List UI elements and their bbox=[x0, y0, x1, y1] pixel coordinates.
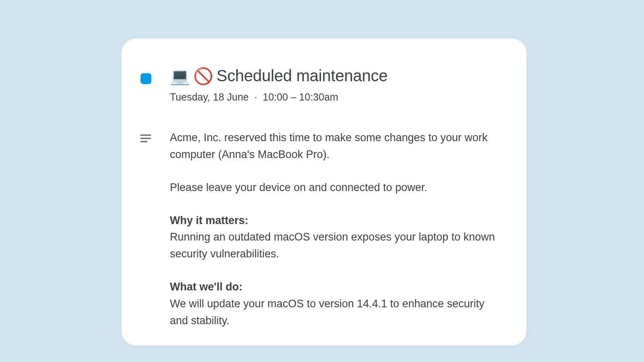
calendar-color-chip bbox=[140, 73, 151, 84]
datetime-separator: · bbox=[254, 91, 257, 103]
event-date: Tuesday, 18 June bbox=[170, 91, 249, 103]
laptop-emoji-icon: 💻 bbox=[170, 68, 190, 84]
why-body: Running an outdated macOS version expose… bbox=[170, 229, 504, 263]
title-content: 💻🚫 Scheduled maintenance Tuesday, 18 Jun… bbox=[170, 67, 526, 103]
event-card: 💻🚫 Scheduled maintenance Tuesday, 18 Jun… bbox=[122, 39, 526, 346]
title-icon-col bbox=[122, 67, 170, 84]
event-time: 10:00 – 10:30am bbox=[263, 91, 339, 103]
what-heading: What we'll do: bbox=[170, 279, 504, 296]
event-datetime: Tuesday, 18 June · 10:00 – 10:30am bbox=[170, 91, 504, 103]
title-row: 💻🚫 Scheduled maintenance Tuesday, 18 Jun… bbox=[122, 67, 526, 103]
description-row: Acme, Inc. reserved this time to make so… bbox=[122, 130, 526, 346]
event-title: Scheduled maintenance bbox=[217, 67, 388, 85]
description-content: Acme, Inc. reserved this time to make so… bbox=[170, 130, 526, 346]
what-section: What we'll do: We will update your macOS… bbox=[170, 279, 504, 329]
prohibited-emoji-icon: 🚫 bbox=[193, 68, 213, 84]
description-icon-col bbox=[122, 130, 170, 145]
why-section: Why it matters: Running an outdated macO… bbox=[170, 212, 504, 263]
description-icon bbox=[139, 132, 152, 145]
why-heading: Why it matters: bbox=[170, 212, 504, 229]
description-intro: Acme, Inc. reserved this time to make so… bbox=[170, 130, 504, 163]
description-instruction: Please leave your device on and connecte… bbox=[170, 179, 504, 196]
title-line: 💻🚫 Scheduled maintenance bbox=[170, 67, 504, 85]
what-body: We will update your macOS to version 14.… bbox=[170, 296, 504, 329]
